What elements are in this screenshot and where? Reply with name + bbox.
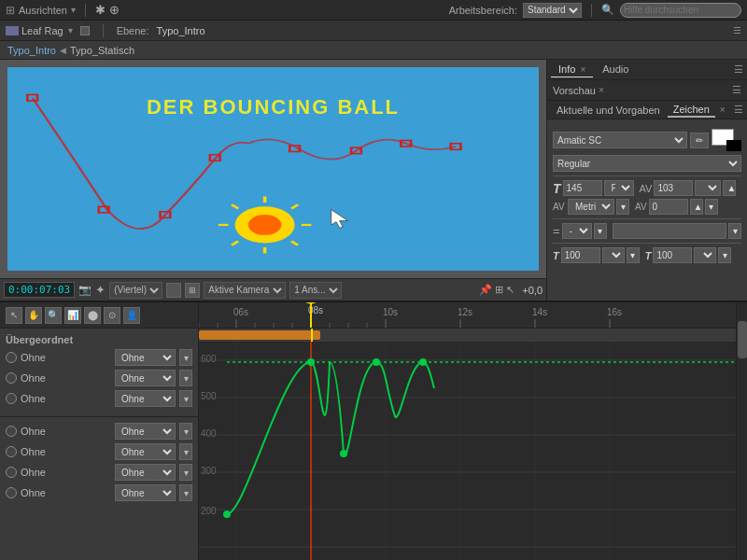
zeichen-tabs: Aktuelle und Vorgaben Zeichen × ☰ <box>547 101 747 119</box>
prop-dropdown-7[interactable]: Ohne <box>115 484 176 501</box>
views-select[interactable]: 1 Ans... <box>289 282 342 299</box>
tab-audio[interactable]: Audio <box>595 62 636 77</box>
align-menu[interactable]: ▾ <box>728 223 741 239</box>
cursor-icon[interactable]: ↖ <box>506 284 514 295</box>
prop-circle-5[interactable] <box>6 446 17 457</box>
prop-circle-6[interactable] <box>6 467 17 478</box>
prop-circle-1[interactable] <box>6 352 17 363</box>
font-size-input[interactable] <box>563 180 602 196</box>
scale-unit-2[interactable]: % <box>694 247 716 263</box>
panel-menu-icon[interactable]: ☰ <box>734 63 743 76</box>
breadcrumb-arrow: ◀ <box>60 46 66 55</box>
zeichen-close[interactable]: × <box>720 105 726 115</box>
prop-circle-2[interactable] <box>6 372 17 384</box>
size-unit-select[interactable]: Px <box>604 180 634 196</box>
tracking-select[interactable]: Metrik <box>568 199 614 215</box>
tab-akte[interactable]: Aktuelle und Vorgaben <box>551 104 666 117</box>
prop-dropdown-6[interactable]: Ohne <box>115 464 176 481</box>
font-style-row: Regular <box>553 155 741 172</box>
svg-point-60 <box>307 358 315 366</box>
font-style-select[interactable]: Regular <box>553 155 741 172</box>
snapshot-btn[interactable] <box>166 283 181 298</box>
tracking-value-input[interactable] <box>649 199 688 215</box>
prop-dropdown-2[interactable]: Ohne <box>115 370 176 386</box>
snap-icon[interactable]: 📌 <box>479 284 492 295</box>
tab-zeichen[interactable]: Zeichen <box>668 103 715 118</box>
comp-item: Leaf Rag ▾ <box>6 25 73 36</box>
orange-keyframe-bar <box>199 330 320 340</box>
scale-arrow-2[interactable]: ▾ <box>718 247 731 263</box>
align-arrow[interactable]: ▾ <box>594 223 607 239</box>
tool-icon-person[interactable]: 👤 <box>123 307 140 324</box>
tool-icon-dot[interactable]: ⬤ <box>84 307 101 324</box>
prop-arrow-2[interactable]: ▾ <box>179 370 192 386</box>
workspace-select[interactable]: Standard <box>523 3 582 18</box>
prop-arrow-4[interactable]: ▾ <box>179 423 192 440</box>
tool-icon-graph[interactable]: 📊 <box>64 307 81 324</box>
scale-arrow-1[interactable]: ▾ <box>627 247 640 263</box>
close-btn[interactable] <box>80 26 90 35</box>
font-family-select[interactable]: Amatic SC <box>553 132 687 148</box>
kerning-unit-select[interactable]: Px <box>695 180 721 196</box>
grid-btn[interactable]: ⊞ <box>185 283 200 298</box>
prop-dropdown-3[interactable]: Ohne <box>115 390 176 407</box>
size-up-btn[interactable]: ▲ <box>723 180 736 196</box>
scale-y-input[interactable] <box>653 247 692 263</box>
graph-area[interactable]: 600 500 400 300 200 <box>199 342 736 560</box>
divider <box>85 4 86 17</box>
separator3 <box>553 243 741 244</box>
prop-arrow-3[interactable]: ▾ <box>179 390 192 407</box>
vorschau-menu[interactable]: ☰ <box>732 84 741 96</box>
breadcrumb-comp[interactable]: Typo_Intro <box>7 45 56 56</box>
quality-select[interactable]: (Viertel) <box>109 282 162 299</box>
grid-icon: ⊞ <box>189 286 196 295</box>
tool-icon-arrow[interactable]: ↖ <box>6 307 22 324</box>
prop-arrow-5[interactable]: ▾ <box>179 443 192 460</box>
prop-circle-3[interactable] <box>6 393 17 404</box>
tool-icon-1[interactable]: ✱ <box>95 3 106 17</box>
tab-info[interactable]: Info × <box>551 62 593 77</box>
align-unit-select[interactable]: - Px <box>562 223 592 239</box>
search-input[interactable] <box>620 3 741 18</box>
svg-text:16s: 16s <box>607 307 622 317</box>
prop-circle-7[interactable] <box>6 487 17 498</box>
layer-prop-item-1: Ohne Ohne ▾ <box>0 347 198 368</box>
prop-dropdown-5[interactable]: Ohne <box>115 443 176 460</box>
av-label-2: AV <box>635 202 647 212</box>
tool-icon-target[interactable]: ⊙ <box>104 307 120 324</box>
bottom-area: ↖ ✋ 🔍 📊 ⬤ ⊙ 👤 Übergeordnet Ohne Ohne ▾ <box>0 301 747 560</box>
tracking-down[interactable]: ▾ <box>705 199 718 215</box>
vorschau-close[interactable]: × <box>599 85 604 95</box>
prop-dropdown-1[interactable]: Ohne <box>115 349 176 366</box>
prop-arrow-7[interactable]: ▾ <box>179 484 192 501</box>
tool-icon-2[interactable]: ⊕ <box>109 3 120 17</box>
scale-x-input[interactable] <box>561 247 600 263</box>
prop-arrow-1[interactable]: ▾ <box>179 349 192 366</box>
color-swatch-black[interactable] <box>726 140 741 151</box>
prop-arrow-6[interactable]: ▾ <box>179 464 192 481</box>
graph-scroll-thumb[interactable] <box>738 321 747 358</box>
scroll-right[interactable] <box>736 302 747 560</box>
star-icon[interactable]: ✦ <box>95 283 106 297</box>
tracking-up[interactable]: ▲ <box>690 199 703 215</box>
prop-circle-4[interactable] <box>6 426 17 437</box>
t-scale-icon: T <box>553 250 559 261</box>
font-pick-btn[interactable]: ✏ <box>690 133 709 148</box>
layer-group-2: Ohne Ohne ▾ Ohne Ohne ▾ Ohne Ohne ▾ <box>0 421 198 503</box>
tab-info-close[interactable]: × <box>580 64 585 75</box>
kerning-input[interactable] <box>654 180 693 196</box>
camera-icon[interactable]: 📷 <box>78 284 92 296</box>
zeichen-menu[interactable]: ☰ <box>734 104 743 116</box>
tool-icon-hand[interactable]: ✋ <box>25 307 42 324</box>
prop-dropdown-4[interactable]: Ohne <box>115 423 176 440</box>
svg-point-63 <box>419 358 427 366</box>
tracking-arrow[interactable]: ▾ <box>616 199 629 215</box>
align-color-bar[interactable] <box>613 223 726 239</box>
comp-dropdown[interactable]: ▾ <box>68 25 73 35</box>
camera-select[interactable]: Aktive Kamera <box>204 282 286 299</box>
grid2-icon[interactable]: ⊞ <box>495 284 503 295</box>
panel-options-icon[interactable]: ☰ <box>733 25 741 35</box>
tool-icon-zoom[interactable]: 🔍 <box>45 307 62 324</box>
scale-unit-1[interactable]: % <box>602 247 625 263</box>
ruler-svg: 06s 08s 10s 12s 14s 16s <box>199 302 725 328</box>
